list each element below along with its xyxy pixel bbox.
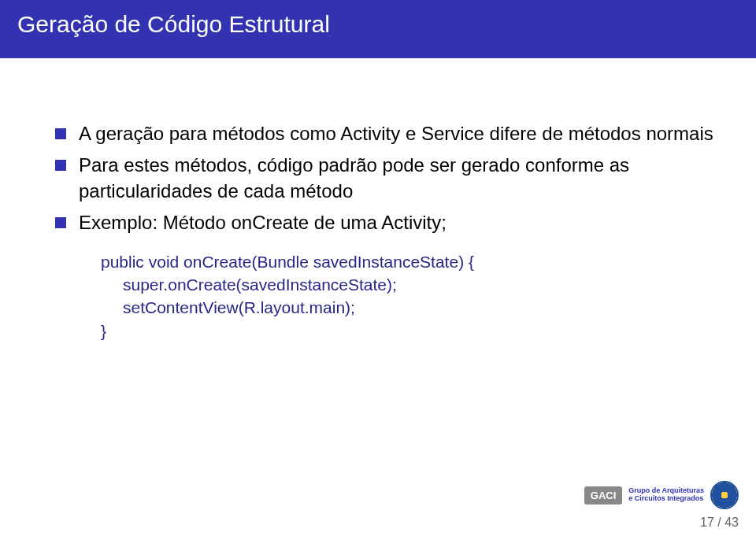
slide-content: A geração para métodos como Activity e S… <box>0 58 756 342</box>
page-number: 17 / 43 <box>700 516 739 530</box>
list-item: Exemplo: Método onCreate de uma Activity… <box>55 210 717 235</box>
code-line: super.onCreate(savedInstanceState); <box>101 273 717 296</box>
bullet-text: A geração para métodos como Activity e S… <box>79 121 713 146</box>
bullet-text: Para estes métodos, código padrão pode s… <box>79 153 717 204</box>
bullet-list: A geração para métodos como Activity e S… <box>55 121 717 236</box>
slide-title-bar: Geração de Código Estrutural <box>0 0 756 58</box>
list-item: A geração para métodos como Activity e S… <box>55 121 717 146</box>
bullet-icon <box>55 128 66 139</box>
code-line: } <box>101 320 717 342</box>
slide-title: Geração de Código Estrutural <box>17 11 330 37</box>
university-seal-icon <box>710 481 739 509</box>
list-item: Para estes métodos, código padrão pode s… <box>55 153 717 204</box>
bullet-icon <box>55 217 66 228</box>
logo-text-block: Grupo de Arquiteturas e Circuitos Integr… <box>628 487 704 503</box>
code-line: public void onCreate(Bundle savedInstanc… <box>101 250 717 273</box>
bullet-text: Exemplo: Método onCreate de uma Activity… <box>79 210 447 235</box>
logo-block: GACI Grupo de Arquiteturas e Circuitos I… <box>584 481 739 509</box>
logo-text-line: e Circuitos Integrados <box>628 495 704 503</box>
code-block: public void onCreate(Bundle savedInstanc… <box>101 250 717 343</box>
bullet-icon <box>55 160 66 171</box>
code-line: setContentView(R.layout.main); <box>101 296 717 319</box>
gaci-logo: GACI <box>584 486 623 505</box>
